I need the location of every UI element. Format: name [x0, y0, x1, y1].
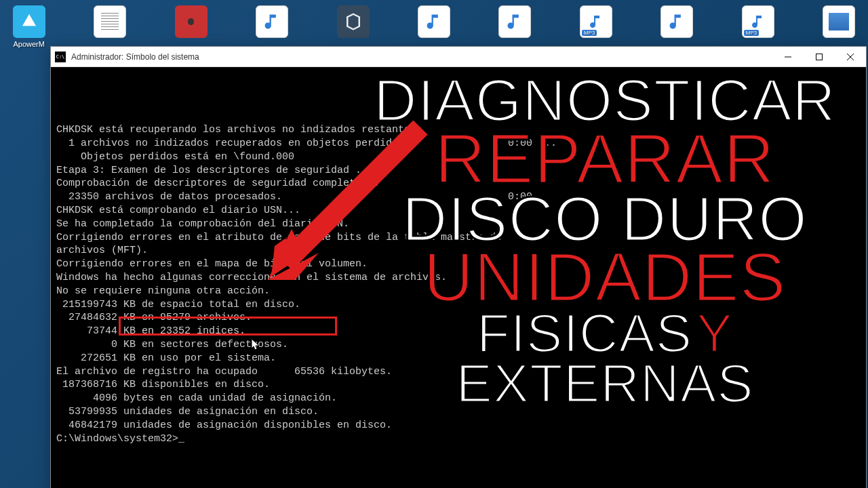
terminal-line: Se ha completado la comprobación del dia… [56, 218, 861, 231]
terminal-line: archivos (MFT). [56, 244, 861, 258]
terminal-line: 27484632 KB en 95279 archivos. [56, 311, 861, 325]
terminal-line: No se requiere ninguna otra acción. [56, 285, 861, 298]
desktop-icon-media[interactable] [172, 5, 210, 48]
audio-icon [660, 5, 693, 38]
terminal-line: 4096 bytes en cada unidad de asignación. [56, 392, 861, 405]
terminal-line: C:\Windows\system32>_ [56, 432, 861, 446]
terminal-line: 46842179 unidades de asignación disponib… [56, 419, 861, 432]
terminal-line: Objetos perdidos está en \found.000 [56, 150, 861, 164]
terminal-line: Comprobación de descriptores de segurida… [56, 177, 861, 190]
document-icon [94, 5, 126, 38]
desktop-icon-audio-4[interactable] [658, 5, 696, 48]
icon-label: ApowerM [13, 40, 44, 48]
desktop-icon-mp3-1[interactable]: MP3 [576, 5, 615, 48]
mp3-icon: MP3 [580, 5, 612, 38]
terminal-output[interactable]: CHKDSK está recuperando los archivos no … [51, 67, 866, 488]
desktop-icon-mp3-2[interactable]: MP3 [738, 5, 777, 48]
terminal-line: 73744 KB en 23352 índices. [56, 325, 861, 338]
window-controls [772, 47, 866, 66]
desktop-icon-video[interactable] [820, 5, 859, 48]
terminal-line: CHKDSK está recuperando los archivos no … [56, 123, 861, 137]
terminal-line: Corrigiendo errores en el mapa de bits d… [56, 258, 861, 271]
terminal-line: 0 KB en sectores defectuosos. [56, 338, 861, 352]
terminal-line: 23350 archivos de datos procesados. 0:00 [56, 190, 861, 204]
video-icon [823, 5, 855, 38]
maximize-button[interactable] [804, 47, 835, 66]
terminal-line: El archivo de registro ha ocupado 65536 … [56, 365, 861, 379]
window-titlebar[interactable]: Administrador: Símbolo del sistema [51, 47, 866, 67]
terminal-line: 215199743 KB de espacio total en disco. [56, 298, 861, 312]
desktop-icon-virtualbox[interactable] [334, 5, 372, 48]
desktop-icon-apowermirror[interactable]: ApowerM [9, 5, 48, 48]
terminal-line: CHKDSK está comprobando el diario USN... [56, 204, 861, 218]
terminal-line: 53799935 unidades de asignación en disco… [56, 405, 861, 419]
audio-icon [256, 5, 288, 38]
minimize-button[interactable] [772, 47, 804, 66]
app-icon [13, 5, 45, 38]
desktop-icon-audio-3[interactable] [496, 5, 534, 48]
command-prompt-window: Administrador: Símbolo del sistema CHKDS… [50, 46, 867, 488]
desktop-icon-audio-1[interactable] [252, 5, 291, 48]
terminal-line: Windows ha hecho algunas correcciones en… [56, 271, 861, 285]
mp3-icon: MP3 [742, 5, 774, 38]
desktop-icon-document[interactable] [90, 5, 129, 48]
terminal-line: Corrigiendo errores en el atributo de ma… [56, 231, 861, 245]
terminal-line: 187368716 KB disponibles en disco. [56, 378, 861, 392]
terminal-line: 272651 KB en uso por el sistema. [56, 352, 861, 365]
media-icon [175, 5, 208, 38]
audio-icon [418, 5, 450, 38]
terminal-line: 1 archivos no indizados recuperados en o… [56, 137, 861, 150]
terminal-line: Etapa 3: Examen de los descriptores de s… [56, 164, 861, 178]
close-button[interactable] [835, 47, 866, 66]
window-title: Administrador: Símbolo del sistema [71, 52, 772, 62]
desktop-icon-audio-2[interactable] [414, 5, 453, 48]
virtualbox-icon [337, 5, 370, 38]
audio-icon [498, 5, 531, 38]
cmd-system-icon [55, 52, 66, 62]
svg-rect-0 [816, 54, 823, 60]
